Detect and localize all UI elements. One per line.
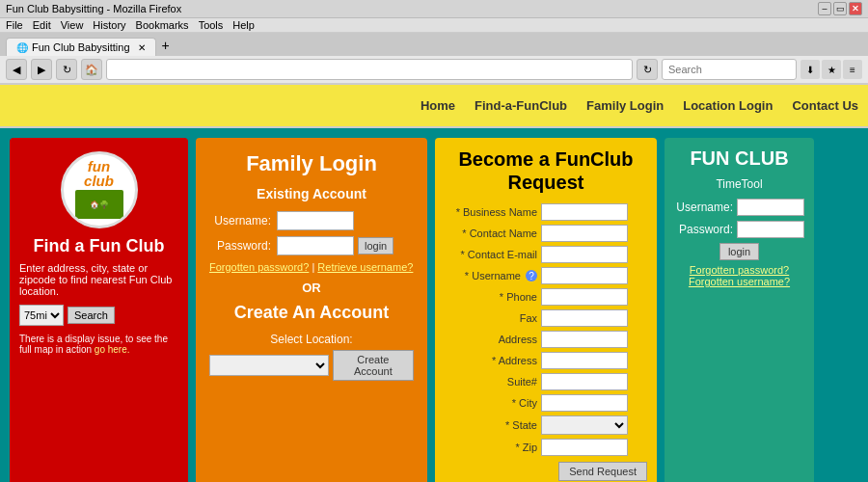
nav-family-login[interactable]: Family Login — [586, 98, 664, 113]
home-nav-button[interactable]: 🏠 — [81, 59, 102, 80]
browser-chrome: Fun Club Babysitting - Mozilla Firefox –… — [0, 0, 868, 85]
fl-password-row: Password: login — [209, 236, 414, 255]
fcr-state-select[interactable] — [541, 415, 628, 435]
fcr-city-input[interactable] — [541, 394, 628, 412]
fcr-suite-input[interactable] — [541, 373, 628, 390]
maximize-button[interactable]: ▭ — [833, 2, 847, 15]
fcp-username-input[interactable] — [737, 199, 804, 216]
top-nav: Home Find-a-FunClub Family Login Locatio… — [0, 85, 868, 128]
fl-username-row: Username: — [209, 211, 414, 230]
fcr-title: Become a FunClub Request — [445, 147, 647, 194]
menu-history[interactable]: History — [93, 19, 125, 31]
family-login-panel: Family Login Existing Account Username: … — [196, 138, 427, 482]
menu-view[interactable]: View — [61, 19, 84, 31]
nav-links: Home Find-a-FunClub Family Login Locatio… — [420, 98, 858, 113]
fcr-help-icon[interactable]: ? — [526, 270, 537, 281]
tab-close-icon[interactable]: ✕ — [138, 42, 146, 53]
forward-button[interactable]: ▶ — [31, 59, 52, 80]
fcp-timetool: TimeTool — [674, 177, 804, 191]
fl-create-account-button[interactable]: Create Account — [333, 350, 414, 381]
fcr-address-label: Address — [445, 334, 541, 345]
fl-existing-subtitle: Existing Account — [209, 186, 414, 201]
fcr-business-input[interactable] — [541, 203, 628, 221]
sidebar-note-link[interactable]: go here. — [95, 344, 130, 355]
fcr-city-label: * City — [445, 397, 541, 409]
menu-bookmarks[interactable]: Bookmarks — [136, 19, 189, 31]
main-area: fun club 🏠🌳 Find a Fun Club Enter addres… — [0, 128, 868, 482]
fcr-zip-input[interactable] — [541, 439, 628, 456]
reload-button[interactable]: ↻ — [56, 59, 77, 80]
nav-home[interactable]: Home — [420, 98, 455, 113]
sidebar-note: There is a display issue, to see the ful… — [19, 334, 178, 355]
nav-location-login[interactable]: Location Login — [683, 98, 773, 113]
bookmark-icon[interactable]: ★ — [822, 60, 841, 79]
fcr-zip-row: * Zip — [445, 439, 647, 456]
fcr-contact-email-input[interactable] — [541, 246, 628, 263]
fcr-send-button[interactable]: Send Request — [558, 462, 647, 481]
search-input[interactable] — [662, 59, 797, 80]
fl-links: Forgotten password? | Retrieve username? — [209, 261, 414, 273]
sidebar-search-row: 75mi Search — [19, 305, 178, 326]
active-tab[interactable]: 🌐 Fun Club Babysitting ✕ — [6, 38, 156, 56]
fcr-contact-name-input[interactable] — [541, 225, 628, 242]
fcr-contact-email-row: * Contact E-mail — [445, 246, 647, 263]
fcp-forgotten-username[interactable]: Forgotten username? — [674, 276, 804, 287]
fcr-state-row: * State — [445, 415, 647, 435]
fcp-links: Forgotten password? Forgotten username? — [674, 264, 804, 287]
fl-location-select[interactable] — [209, 355, 329, 376]
fcr-username-input[interactable] — [541, 267, 628, 284]
fl-password-label: Password: — [209, 239, 277, 253]
fcp-login-button[interactable]: login — [719, 243, 759, 260]
fcr-business-label: * Business Name — [445, 206, 541, 218]
sidebar-distance-select[interactable]: 75mi — [19, 305, 64, 326]
fcp-username-row: Username: — [674, 199, 804, 216]
address-bar[interactable] — [106, 59, 633, 80]
close-button[interactable]: ✕ — [849, 2, 862, 15]
fl-login-button[interactable]: login — [358, 237, 393, 254]
funclub-request-panel: Become a FunClub Request * Business Name… — [435, 138, 657, 482]
fl-select-row: Create Account — [209, 350, 414, 381]
fl-username-input[interactable] — [277, 211, 354, 230]
fcp-password-input[interactable] — [737, 221, 804, 238]
nav-contact-us[interactable]: Contact Us — [792, 98, 858, 113]
menu-edit[interactable]: Edit — [33, 19, 51, 31]
fl-password-input[interactable] — [277, 236, 354, 255]
fl-create-title: Create An Account — [209, 303, 414, 323]
fcr-send-row: Send Request — [445, 462, 647, 481]
fcr-fax-label: Fax — [445, 312, 541, 324]
tab-label: Fun Club Babysitting — [32, 41, 130, 53]
download-icon[interactable]: ⬇ — [800, 60, 820, 79]
menu-help[interactable]: Help — [232, 19, 255, 31]
sidebar: fun club 🏠🌳 Find a Fun Club Enter addres… — [10, 138, 188, 482]
fcr-zip-label: * Zip — [445, 442, 541, 453]
title-bar: Fun Club Babysitting - Mozilla Firefox –… — [0, 0, 868, 18]
back-button[interactable]: ◀ — [6, 59, 27, 80]
fun-club-panel: FUN CLUB TimeTool Username: Password: lo… — [665, 138, 814, 482]
fcr-fax-input[interactable] — [541, 309, 628, 327]
fcr-contact-name-row: * Contact Name — [445, 225, 647, 242]
fl-title: Family Login — [209, 151, 414, 176]
fl-forgotten-password[interactable]: Forgotten password? — [209, 261, 309, 273]
menu-file[interactable]: File — [6, 19, 23, 31]
fcp-password-label: Password: — [674, 223, 737, 236]
window-controls: – ▭ ✕ — [818, 2, 862, 15]
menu-tools[interactable]: Tools — [199, 19, 224, 31]
fl-retrieve-username[interactable]: Retrieve username? — [317, 261, 413, 273]
menu-icon[interactable]: ≡ — [843, 60, 862, 79]
fcp-title: FUN CLUB — [674, 147, 804, 170]
fcp-forgotten-password[interactable]: Forgotten password? — [674, 264, 804, 276]
sidebar-search-button[interactable]: Search — [68, 307, 115, 324]
minimize-button[interactable]: – — [818, 2, 831, 15]
refresh-button[interactable]: ↻ — [637, 59, 658, 80]
fcr-phone-row: * Phone — [445, 288, 647, 306]
fcr-username-row: * Username ? — [445, 267, 647, 284]
fcr-address-row: Address — [445, 331, 647, 348]
nav-find-funclub[interactable]: Find-a-FunClub — [475, 98, 567, 113]
new-tab-button[interactable]: + — [156, 35, 176, 56]
fcr-address-input[interactable] — [541, 331, 628, 348]
fcr-address2-input[interactable] — [541, 352, 628, 369]
nav-bar: ◀ ▶ ↻ 🏠 ↻ ⬇ ★ ≡ — [0, 56, 868, 84]
fcp-password-row: Password: — [674, 221, 804, 238]
fl-select-label: Select Location: — [209, 333, 414, 346]
fcr-phone-input[interactable] — [541, 288, 628, 306]
